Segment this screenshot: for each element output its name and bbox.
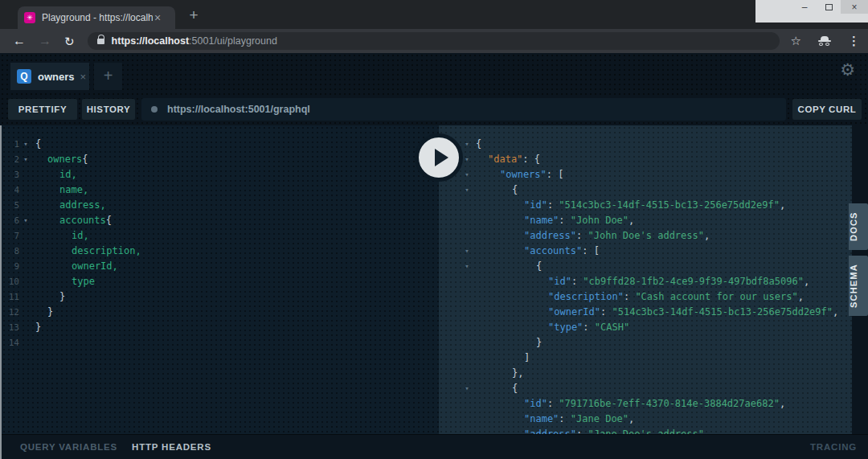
fold-arrow-icon[interactable]: ▾ [461, 244, 473, 259]
line-number: 13 [2, 320, 19, 335]
fold-gutter [19, 289, 32, 305]
window-close-button[interactable]: × [841, 0, 868, 14]
code-line: "name": "Jane Doe", [439, 412, 852, 427]
code-line: }, [439, 366, 852, 381]
code-line: ▾{ [439, 381, 852, 396]
bookmark-star-icon[interactable]: ☆ [791, 34, 801, 48]
fold-gutter [19, 320, 32, 335]
query-variables-tab[interactable]: QUERY VARIABLES [20, 442, 117, 452]
fold-gutter [19, 259, 32, 274]
tracing-tab[interactable]: TRACING [810, 442, 857, 452]
fold-gutter [19, 182, 32, 198]
http-headers-tab[interactable]: HTTP HEADERS [132, 442, 211, 452]
fold-gutter [461, 274, 473, 289]
back-button[interactable]: ← [13, 35, 26, 47]
new-session-tab-button[interactable]: + [94, 63, 122, 90]
fold-arrow-icon[interactable]: ▾ [461, 152, 473, 167]
fold-arrow-icon[interactable]: ▾ [461, 137, 473, 152]
code-line: ▾"owners": [ [439, 167, 852, 182]
forward-button[interactable]: → [39, 35, 51, 47]
code-text: accounts{ [32, 213, 112, 228]
fold-gutter [19, 335, 32, 350]
code-line: 5address, [2, 198, 439, 213]
line-number: 1 [2, 137, 19, 152]
fold-gutter [19, 305, 32, 320]
line-number: 12 [2, 305, 19, 320]
browser-menu-icon[interactable]: ⋮ [848, 34, 860, 48]
play-button[interactable] [415, 133, 463, 182]
fold-arrow-icon[interactable]: ▾ [19, 152, 32, 167]
code-line: "address": "John Doe's address", [439, 228, 852, 244]
browser-window: ✳ Playground - https://localhost:50 × + … [0, 0, 868, 459]
code-text: } [473, 335, 542, 350]
fold-arrow-icon[interactable]: ▾ [461, 167, 473, 182]
session-tab-owners[interactable]: Q owners × [10, 63, 89, 90]
schema-tab[interactable]: SCHEMA [849, 256, 868, 316]
lock-icon[interactable] [97, 39, 104, 44]
code-text: } [32, 320, 41, 335]
window-minimize-button[interactable]: – [792, 0, 817, 14]
code-line: ] [439, 350, 852, 366]
code-line: "id": "cb9ffd28-1fb2-4ce9-9f39-497bdf8a5… [439, 274, 852, 289]
code-line: 9ownerId, [2, 259, 439, 274]
code-text: "owners": [ [473, 167, 563, 182]
copy-curl-button[interactable]: COPY CURL [792, 99, 862, 120]
code-text: { [473, 381, 518, 396]
code-line: "address": "Jane Doe's address", [439, 427, 852, 434]
code-line: 14 [2, 335, 439, 350]
code-line: "id": "791716be-7eff-4370-814e-3884d27ae… [439, 396, 852, 412]
settings-gear-icon[interactable]: ⚙ [840, 61, 855, 78]
line-number: 2 [2, 152, 19, 167]
query-editor-lines: 1▾{2▾owners{3id,4name,5address,6▾account… [2, 137, 439, 350]
code-text: ] [473, 350, 530, 366]
code-line: 2▾owners{ [2, 152, 439, 167]
incognito-icon [817, 36, 832, 46]
fold-gutter [19, 274, 32, 289]
code-text: "id": "791716be-7eff-4370-814e-3884d27ae… [473, 396, 785, 412]
code-text: { [473, 182, 518, 198]
browser-tab-close-icon[interactable]: × [154, 11, 161, 24]
browser-tab-strip: ✳ Playground - https://localhost:50 × + … [0, 0, 868, 29]
code-text: "name": "John Doe", [473, 213, 634, 228]
new-tab-button[interactable]: + [183, 5, 204, 26]
fold-arrow-icon[interactable]: ▾ [461, 381, 473, 396]
reload-button[interactable]: ↻ [64, 35, 75, 47]
query-editor[interactable]: 1▾{2▾owners{3id,4name,5address,6▾account… [2, 125, 439, 434]
code-line: "ownerId": "514c3bc3-14df-4515-bc13-256e… [439, 305, 852, 320]
endpoint-url: https://localhost:5001/graphql [167, 104, 310, 115]
code-line: "type": "CASH" [439, 320, 852, 335]
history-button[interactable]: HISTORY [82, 99, 135, 120]
code-line: 4name, [2, 182, 439, 198]
fold-gutter [461, 366, 473, 381]
window-maximize-button[interactable] [817, 0, 841, 14]
address-bar[interactable]: https://localhost :5001/ui/playground [88, 32, 780, 50]
fold-gutter [461, 320, 473, 335]
fold-arrow-icon[interactable]: ▾ [461, 259, 473, 274]
fold-arrow-icon[interactable]: ▾ [19, 213, 32, 228]
code-text: id, [32, 167, 77, 182]
code-text: }, [473, 366, 523, 381]
fold-arrow-icon[interactable]: ▾ [19, 137, 32, 152]
playground-toolbar: PRETTIFY HISTORY https://localhost:5001/… [0, 90, 868, 125]
line-number: 7 [2, 228, 19, 244]
code-text: } [32, 289, 65, 305]
code-line: 3id, [2, 167, 439, 182]
code-text: "type": "CASH" [473, 320, 629, 335]
response-viewer-lines: ▾{▾"data": {▾"owners": [▾{"id": "514c3bc… [439, 137, 852, 434]
code-text: owners{ [32, 152, 88, 167]
prettify-button[interactable]: PRETTIFY [8, 99, 77, 120]
address-url-path: :5001/ui/playground [189, 35, 277, 47]
code-text: "ownerId": "514c3bc3-14df-4515-bc13-256e… [473, 305, 838, 320]
session-tab-close-icon[interactable]: × [80, 71, 87, 83]
fold-gutter [461, 198, 473, 213]
docs-tab[interactable]: DOCS [849, 203, 868, 250]
code-line: 10type [2, 274, 439, 289]
code-line: "name": "John Doe", [439, 213, 852, 228]
line-number: 9 [2, 259, 19, 274]
playground-favicon-icon: ✳ [24, 12, 35, 23]
browser-tab[interactable]: ✳ Playground - https://localhost:50 × [18, 6, 175, 29]
fold-arrow-icon[interactable]: ▾ [461, 182, 473, 198]
session-tab-title: owners [38, 71, 75, 83]
endpoint-input[interactable]: https://localhost:5001/graphql [141, 98, 786, 121]
fold-gutter [461, 335, 473, 350]
